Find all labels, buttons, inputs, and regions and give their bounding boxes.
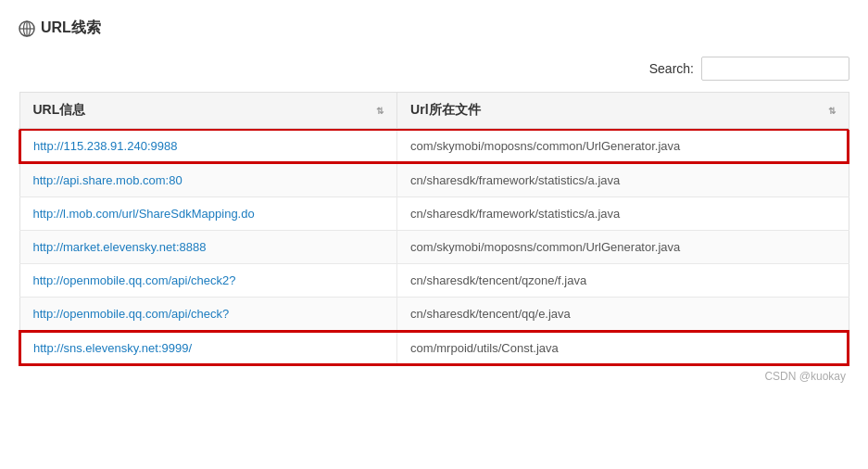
cell-file: com/skymobi/moposns/common/UrlGenerator.…: [397, 231, 849, 264]
col-header-url: URL信息 ⇅: [19, 93, 397, 130]
table-row: http://api.share.mob.com:80cn/sharesdk/f…: [19, 163, 849, 197]
cell-url[interactable]: http://115.238.91.240:9988: [19, 129, 397, 163]
watermark: CSDN @kuokay: [19, 370, 849, 383]
sort-icon-file[interactable]: ⇅: [828, 106, 836, 116]
col-header-file: Url所在文件 ⇅: [397, 93, 849, 130]
table-wrapper: URL信息 ⇅ Url所在文件 ⇅ http://115.238.91.240:…: [19, 92, 849, 383]
cell-url[interactable]: http://openmobile.qq.com/api/check?: [19, 298, 397, 332]
page-title-area: URL线索: [19, 19, 849, 38]
table-row: http://market.elevensky.net:8888com/skym…: [19, 231, 849, 264]
cell-url[interactable]: http://l.mob.com/url/ShareSdkMapping.do: [19, 197, 397, 231]
table-row: http://sns.elevensky.net:9999/com/mrpoid…: [19, 331, 849, 365]
data-table: URL信息 ⇅ Url所在文件 ⇅ http://115.238.91.240:…: [19, 92, 849, 366]
cell-url[interactable]: http://market.elevensky.net:8888: [19, 231, 397, 264]
cell-file: cn/sharesdk/framework/statistics/a.java: [397, 197, 849, 231]
table-header-row: URL信息 ⇅ Url所在文件 ⇅: [19, 93, 849, 130]
globe-icon: [19, 20, 35, 37]
search-label: Search:: [649, 61, 694, 76]
cell-url[interactable]: http://sns.elevensky.net:9999/: [19, 331, 397, 365]
page-title: URL线索: [41, 19, 101, 38]
sort-icon-url[interactable]: ⇅: [376, 106, 384, 116]
cell-file: com/mrpoid/utils/Const.java: [397, 331, 849, 365]
search-bar: Search:: [19, 57, 849, 81]
page-wrapper: URL线索 Search: URL信息 ⇅ Url所在文件: [0, 0, 868, 469]
table-row: http://openmobile.qq.com/api/check2?cn/s…: [19, 264, 849, 298]
table-row: http://115.238.91.240:9988com/skymobi/mo…: [19, 129, 849, 163]
cell-file: cn/sharesdk/framework/statistics/a.java: [397, 163, 849, 197]
cell-file: cn/sharesdk/tencent/qq/e.java: [397, 298, 849, 332]
search-input[interactable]: [701, 57, 849, 81]
cell-url[interactable]: http://openmobile.qq.com/api/check2?: [19, 264, 397, 298]
cell-file: com/skymobi/moposns/common/UrlGenerator.…: [397, 129, 849, 163]
cell-url[interactable]: http://api.share.mob.com:80: [19, 163, 397, 197]
table-row: http://openmobile.qq.com/api/check?cn/sh…: [19, 298, 849, 332]
table-row: http://l.mob.com/url/ShareSdkMapping.doc…: [19, 197, 849, 231]
cell-file: cn/sharesdk/tencent/qzone/f.java: [397, 264, 849, 298]
